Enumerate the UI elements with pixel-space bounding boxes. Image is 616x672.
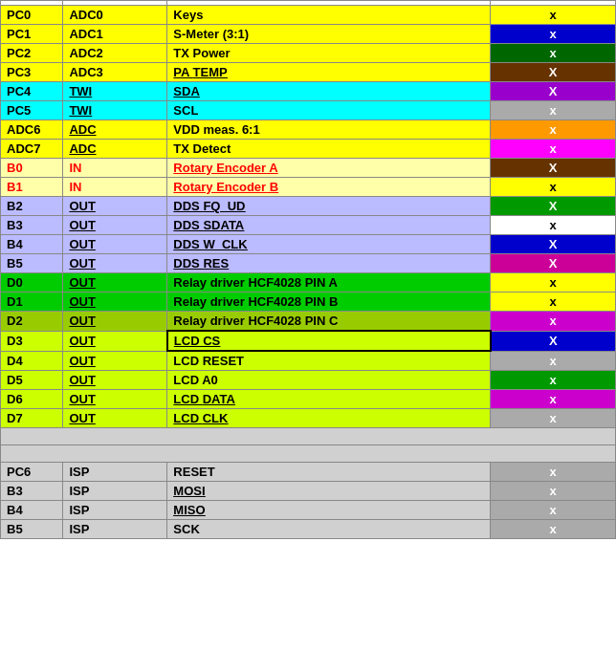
usage-cell: ISP [63, 463, 167, 482]
color-cell: x [491, 6, 616, 25]
usage-cell: OUT [63, 351, 167, 371]
color-cell: x [491, 44, 616, 63]
usage-cell: ADC0 [63, 6, 167, 25]
port-cell: D1 [1, 293, 63, 312]
usage-cell: ISP [63, 501, 167, 520]
port-cell: D5 [1, 371, 63, 390]
port-cell: ADC7 [1, 140, 63, 159]
function-cell: TX Power [167, 44, 491, 63]
port-cell: B3 [1, 482, 63, 501]
port-cell: PC4 [1, 82, 63, 101]
function-cell: Rotary Encoder A [167, 159, 491, 178]
color-cell: x [491, 371, 616, 390]
function-cell: DDS W_CLK [167, 235, 491, 254]
port-table: PC0 ADC0 Keys x PC1 ADC1 S-Meter (3:1) x… [0, 0, 616, 539]
color-cell: x [491, 520, 616, 539]
table-row: B4 ISP MISO x [1, 501, 616, 520]
table-row: B0 IN Rotary Encoder A X [1, 159, 616, 178]
usage-cell: IN [63, 178, 167, 197]
port-cell: D2 [1, 312, 63, 332]
table-row: D5 OUT LCD A0 x [1, 371, 616, 390]
port-cell: D7 [1, 409, 63, 428]
table-row: B4 OUT DDS W_CLK X [1, 235, 616, 254]
color-cell: x [491, 293, 616, 312]
usage-cell: ADC1 [63, 25, 167, 44]
table-row: B5 ISP SCK x [1, 520, 616, 539]
color-cell: x [491, 463, 616, 482]
usage-cell: ADC [63, 120, 167, 140]
table-row: B2 OUT DDS FQ_UD X [1, 197, 616, 216]
color-cell: X [491, 82, 616, 101]
usage-cell: OUT [63, 331, 167, 351]
port-cell: D6 [1, 390, 63, 409]
table-row: PC1 ADC1 S-Meter (3:1) x [1, 25, 616, 44]
table-row: PC5 TWI SCL x [1, 101, 616, 120]
function-cell: MOSI [167, 482, 491, 501]
function-cell: Keys [167, 6, 491, 25]
table-row: PC3 ADC3 PA TEMP X [1, 63, 616, 82]
port-cell: B1 [1, 178, 63, 197]
port-cell: PC6 [1, 463, 63, 482]
function-cell: LCD DATA [167, 390, 491, 409]
color-cell: X [491, 331, 616, 351]
usage-cell: OUT [63, 235, 167, 254]
port-cell: PC2 [1, 44, 63, 63]
function-cell: DDS RES [167, 254, 491, 273]
color-cell: X [491, 197, 616, 216]
function-cell: Relay driver HCF4028 PIN A [167, 273, 491, 293]
usage-cell: ISP [63, 520, 167, 539]
usage-cell: OUT [63, 371, 167, 390]
color-cell: X [491, 159, 616, 178]
table-row: D4 OUT LCD RESET x [1, 351, 616, 371]
function-cell: LCD CS [167, 331, 491, 351]
table-row: D3 OUT LCD CS X [1, 331, 616, 351]
table-row: D2 OUT Relay driver HCF4028 PIN C x [1, 312, 616, 332]
table-row: ADC6 ADC VDD meas. 6:1 x [1, 120, 616, 140]
table-row: ADC7 ADC TX Detect x [1, 140, 616, 159]
usage-cell: ADC3 [63, 63, 167, 82]
table-row: B3 ISP MOSI x [1, 482, 616, 501]
function-cell: SDA [167, 82, 491, 101]
color-cell: x [491, 273, 616, 293]
usage-cell: OUT [63, 216, 167, 235]
color-cell: x [491, 140, 616, 159]
port-cell: D4 [1, 351, 63, 371]
function-cell: LCD CLK [167, 409, 491, 428]
function-cell: LCD RESET [167, 351, 491, 371]
function-cell: Relay driver HCF4028 PIN B [167, 293, 491, 312]
function-cell: DDS FQ_UD [167, 197, 491, 216]
color-cell: x [491, 312, 616, 332]
usage-cell: ISP [63, 482, 167, 501]
color-cell: x [491, 390, 616, 409]
table-row: PC4 TWI SDA X [1, 82, 616, 101]
color-cell: x [491, 120, 616, 140]
table-row: PC0 ADC0 Keys x [1, 6, 616, 25]
function-cell: Rotary Encoder B [167, 178, 491, 197]
table-body: PC0 ADC0 Keys x PC1 ADC1 S-Meter (3:1) x… [1, 6, 616, 539]
function-cell: RESET [167, 463, 491, 482]
table-row: D7 OUT LCD CLK x [1, 409, 616, 428]
port-cell: B4 [1, 501, 63, 520]
table-row: D1 OUT Relay driver HCF4028 PIN B x [1, 293, 616, 312]
color-cell: X [491, 63, 616, 82]
port-cell: B0 [1, 159, 63, 178]
port-cell: PC0 [1, 6, 63, 25]
function-cell: LCD A0 [167, 371, 491, 390]
usage-cell: OUT [63, 409, 167, 428]
usage-cell: ADC2 [63, 44, 167, 63]
color-cell: x [491, 501, 616, 520]
port-cell: PC1 [1, 25, 63, 44]
port-cell: PC3 [1, 63, 63, 82]
color-cell: x [491, 25, 616, 44]
function-cell: MISO [167, 501, 491, 520]
port-cell: ADC6 [1, 120, 63, 140]
color-cell: x [491, 178, 616, 197]
table-row: B1 IN Rotary Encoder B x [1, 178, 616, 197]
function-cell: SCK [167, 520, 491, 539]
table-row: D0 OUT Relay driver HCF4028 PIN A x [1, 273, 616, 293]
color-cell: X [491, 235, 616, 254]
port-cell: D0 [1, 273, 63, 293]
usage-cell: TWI [63, 82, 167, 101]
color-cell: x [491, 482, 616, 501]
port-cell: B4 [1, 235, 63, 254]
